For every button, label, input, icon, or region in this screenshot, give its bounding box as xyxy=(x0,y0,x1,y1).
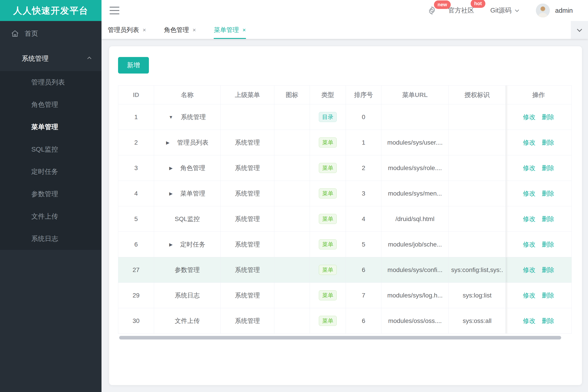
menu-name: 定时任务 xyxy=(176,241,205,248)
edit-link[interactable]: 修改 xyxy=(523,114,535,120)
cell-url: modules/sys/men... xyxy=(381,181,449,206)
menu-name: SQL监控 xyxy=(175,216,200,222)
community-link[interactable]: 官方社区 hot xyxy=(448,6,474,15)
scrollbar-thumb[interactable] xyxy=(119,336,561,340)
cell-perm: sys:log:list xyxy=(449,283,506,308)
type-tag: 菜单 xyxy=(319,138,337,148)
cell-order: 3 xyxy=(346,181,381,206)
cell-order: 5 xyxy=(346,232,381,257)
brand-logo: 人人快速开发平台 xyxy=(0,0,102,21)
cell-url xyxy=(381,104,449,130)
cell-parent: 系统管理 xyxy=(221,130,274,155)
cell-id: 1 xyxy=(118,104,154,130)
cell-order: 6 xyxy=(346,308,381,334)
sidebar-sub-item-label: SQL监控 xyxy=(31,145,58,154)
sidebar-group-label: 系统管理 xyxy=(22,54,49,63)
edit-link[interactable]: 修改 xyxy=(523,139,535,146)
sidebar-sub-item-label: 参数管理 xyxy=(31,190,58,199)
sidebar-item-home[interactable]: 首页 xyxy=(0,21,102,46)
menu-name: 角色管理 xyxy=(176,164,205,172)
delete-link[interactable]: 删除 xyxy=(542,292,554,299)
sidebar-toggle-icon[interactable] xyxy=(110,7,119,14)
user-avatar[interactable] xyxy=(536,4,550,18)
type-tag: 目录 xyxy=(319,112,337,122)
sidebar-sub-item[interactable]: 菜单管理 xyxy=(0,116,102,138)
sidebar-sub-item[interactable]: SQL监控 xyxy=(0,138,102,160)
sidebar-sub-item[interactable]: 管理员列表 xyxy=(0,71,102,94)
cell-order: 1 xyxy=(346,130,381,155)
delete-link[interactable]: 删除 xyxy=(542,139,554,146)
sidebar-sub-item[interactable]: 角色管理 xyxy=(0,94,102,116)
sidebar-sub-item-label: 管理员列表 xyxy=(31,78,65,87)
cell-perm xyxy=(449,181,506,206)
tab[interactable]: 管理员列表 × xyxy=(108,21,146,39)
git-source-menu[interactable]: Git源码 xyxy=(490,6,518,15)
cell-icon xyxy=(274,181,310,206)
delete-link[interactable]: 删除 xyxy=(542,241,554,248)
add-button[interactable]: 新增 xyxy=(118,57,149,74)
hot-badge: hot xyxy=(471,0,485,8)
edit-link[interactable]: 修改 xyxy=(523,241,535,248)
cell-id: 2 xyxy=(118,130,154,155)
cell-url: /druid/sql.html xyxy=(381,206,449,232)
community-label: 官方社区 xyxy=(448,6,474,15)
edit-link[interactable]: 修改 xyxy=(523,266,535,273)
tab-close-icon[interactable]: × xyxy=(242,26,246,34)
git-source-label: Git源码 xyxy=(490,6,511,15)
cell-id: 5 xyxy=(118,206,154,232)
delete-link[interactable]: 删除 xyxy=(542,164,554,172)
expand-arrow-icon[interactable]: ▶ xyxy=(169,191,173,196)
delete-link[interactable]: 删除 xyxy=(542,216,554,222)
content-card: 新增 ID 名称 上级菜单 图标 类型 排序号 菜单URL xyxy=(109,46,582,385)
expand-arrow-icon[interactable]: ▶ xyxy=(166,140,170,145)
sidebar-group-system[interactable]: 系统管理 xyxy=(0,46,102,71)
tab-close-icon[interactable]: × xyxy=(143,26,146,34)
cell-order: 4 xyxy=(346,206,381,232)
tabs-dropdown-button[interactable] xyxy=(571,21,588,39)
tab[interactable]: 菜单管理 × xyxy=(214,21,246,39)
tab[interactable]: 角色管理 × xyxy=(164,21,196,39)
expand-arrow-icon[interactable]: ▼ xyxy=(169,115,173,120)
cell-icon xyxy=(274,206,310,232)
edit-link[interactable]: 修改 xyxy=(523,317,535,324)
edit-link[interactable]: 修改 xyxy=(523,216,535,222)
col-order: 排序号 xyxy=(346,86,381,104)
cell-icon xyxy=(274,308,310,334)
tab-label: 角色管理 xyxy=(164,26,189,34)
delete-link[interactable]: 删除 xyxy=(542,114,554,120)
sidebar-sub-item[interactable]: 文件上传 xyxy=(0,205,102,228)
sidebar-sub-item[interactable]: 定时任务 xyxy=(0,160,102,183)
theme-gear-button[interactable]: new xyxy=(427,6,437,15)
expand-arrow-icon[interactable]: ▶ xyxy=(169,166,173,171)
cell-name: SQL监控 xyxy=(154,206,221,232)
tab-close-icon[interactable]: × xyxy=(193,26,196,34)
cell-actions: 修改删除 xyxy=(506,181,572,206)
sidebar-sub-item[interactable]: 系统日志 xyxy=(0,228,102,250)
cell-actions: 修改删除 xyxy=(506,257,572,283)
sidebar-sub-item[interactable]: 参数管理 xyxy=(0,183,102,205)
cell-url: modules/sys/user.... xyxy=(381,130,449,155)
cell-perm xyxy=(449,206,506,232)
expand-arrow-icon[interactable]: ▶ xyxy=(169,242,173,247)
table-body: 1 ▼系统管理 目录 0 修改删除 2 ▶管理员列表 系统管理 菜单 1 mod… xyxy=(118,104,572,334)
sidebar-sub-item-label: 角色管理 xyxy=(31,100,58,109)
edit-link[interactable]: 修改 xyxy=(523,164,535,172)
home-icon xyxy=(11,29,19,38)
cell-perm: sys:oss:all xyxy=(449,308,506,334)
delete-link[interactable]: 删除 xyxy=(542,190,554,197)
delete-link[interactable]: 删除 xyxy=(542,266,554,273)
username-menu[interactable]: admin xyxy=(555,7,573,14)
type-tag: 菜单 xyxy=(319,214,337,224)
cell-actions: 修改删除 xyxy=(506,155,572,181)
edit-link[interactable]: 修改 xyxy=(523,292,535,299)
cell-id: 6 xyxy=(118,232,154,257)
cell-name: 系统日志 xyxy=(154,283,221,308)
menu-name: 系统管理 xyxy=(176,114,206,120)
cell-order: 6 xyxy=(346,257,381,283)
edit-link[interactable]: 修改 xyxy=(523,190,535,197)
cell-type: 菜单 xyxy=(310,308,346,334)
table-row: 29 系统日志 系统管理 菜单 7 modules/sys/log.h... s… xyxy=(118,283,572,308)
cell-id: 4 xyxy=(118,181,154,206)
delete-link[interactable]: 删除 xyxy=(542,317,554,324)
cell-parent: 系统管理 xyxy=(221,232,274,257)
